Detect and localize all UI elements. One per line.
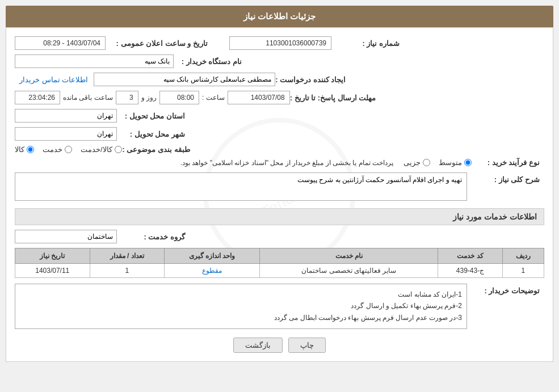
- cell-row: 1: [502, 264, 544, 278]
- buyer-org-label: نام دستگاه خریدار :: [174, 57, 242, 66]
- category-radio-goods[interactable]: [27, 146, 34, 153]
- page-title: جزئیات اطلاعات نیاز: [243, 11, 316, 21]
- category-option-service[interactable]: خدمت: [43, 145, 72, 154]
- creator-row: ایجاد کننده درخواست : اطلاعات تماس خریدا…: [15, 73, 544, 86]
- buyer-note-2: 2-فرم پرسش بهاء تکمیل و ارسال گردد: [20, 300, 462, 311]
- table-row: 1 ج-43-439 سایر فعالیتهای تخصصی ساختمان …: [15, 264, 544, 278]
- buyer-note-3: 3-در صورت عدم ارسال فرم پرسش بهاء درخواس…: [20, 312, 462, 323]
- buyer-org-row: نام دستگاه خریدار :: [15, 54, 544, 68]
- need-number-row: شماره نیاز : 1103001036000739 تاریخ و سا…: [15, 36, 544, 50]
- province-label: استان محل تحویل :: [117, 112, 185, 120]
- service-group-label: گروه خدمت :: [117, 233, 185, 241]
- cell-code: ج-43-439: [438, 264, 502, 278]
- col-unit: واحد اندازه گیری: [164, 248, 259, 264]
- cell-date: 1403/07/11: [15, 264, 90, 278]
- button-row: چاپ بازگشت: [15, 338, 544, 353]
- need-number-label: شماره نیاز :: [331, 39, 400, 48]
- need-number-value: 1103001036000739: [229, 36, 331, 50]
- need-desc-textarea[interactable]: تهیه و اجرای افلام آسانسور حکمت آرژانتین…: [15, 172, 467, 201]
- col-date: تاریخ نیاز: [15, 248, 90, 264]
- city-row: شهر محل تحویل :: [15, 127, 544, 141]
- services-table: ردیف کد خدمت نام خدمت واحد اندازه گیری ت…: [15, 248, 544, 278]
- process-radio-group: متوسط جزیی: [404, 158, 472, 167]
- col-qty: تعداد / مقدار: [90, 248, 164, 264]
- process-row: نوع فرآیند خرید : متوسط جزیی پرداخت تمام…: [15, 158, 544, 167]
- creator-label: ایجاد کننده درخواست :: [275, 75, 346, 84]
- service-group-input[interactable]: [15, 230, 117, 243]
- category-label-goods: کالا: [15, 145, 24, 154]
- category-label-goods-services: کالا/خدمت: [81, 145, 112, 154]
- col-row: ردیف: [502, 248, 544, 264]
- deadline-date: 1403/07/08: [228, 91, 290, 104]
- category-radio-service[interactable]: [65, 146, 72, 153]
- province-row: استان محل تحویل :: [15, 109, 544, 123]
- need-desc-label: شرح کلی نیاز :: [472, 175, 540, 184]
- buyer-notes-section: توضیحات خریدار : 1-ایران کد مشابه است 2-…: [15, 284, 544, 329]
- process-option-medium[interactable]: متوسط: [439, 158, 472, 167]
- back-button[interactable]: بازگشت: [233, 338, 283, 353]
- city-label: شهر محل تحویل :: [117, 130, 185, 138]
- buyer-org-input[interactable]: [15, 54, 174, 68]
- process-label: نوع فرآیند خرید :: [472, 158, 540, 167]
- deadline-time: 08:00: [159, 91, 199, 104]
- cell-unit[interactable]: مقطوع: [164, 264, 259, 278]
- deadline-time-label: ساعت :: [202, 94, 225, 102]
- service-group-row: گروه خدمت :: [15, 230, 544, 243]
- col-code: کد خدمت: [438, 248, 502, 264]
- province-input[interactable]: [15, 109, 117, 123]
- deadline-remaining-label: ساعت باقی مانده: [63, 94, 113, 102]
- contact-link[interactable]: اطلاعات تماس خریدار: [19, 75, 88, 84]
- need-desc-section: شرح کلی نیاز : تهیه و اجرای افلام آسانسو…: [15, 172, 544, 203]
- cell-name: سایر فعالیتهای تخصصی ساختمان: [260, 264, 438, 278]
- process-label-medium: متوسط: [439, 158, 462, 167]
- category-label-service: خدمت: [43, 145, 62, 154]
- page-header: جزئیات اطلاعات نیاز: [6, 6, 553, 27]
- deadline-days-label: روز و: [141, 94, 157, 102]
- category-row: طبقه بندی موضوعی : کالا/خدمت خدمت کالا: [15, 145, 544, 154]
- buyer-note-1: 1-ایران کد مشابه است: [20, 289, 462, 300]
- deadline-days: 3: [116, 91, 138, 104]
- buyer-notes-box: 1-ایران کد مشابه است 2-فرم پرسش بهاء تکم…: [15, 284, 467, 329]
- category-option-goods[interactable]: کالا: [15, 145, 34, 154]
- deadline-remaining: 23:04:26: [15, 91, 60, 104]
- city-input[interactable]: [15, 127, 117, 141]
- announce-label: تاریخ و ساعت اعلان عمومی :: [106, 39, 208, 48]
- deadline-row: مهلت ارسال پاسخ: تا تاریخ : 1403/07/08 س…: [15, 91, 544, 104]
- category-label: طبقه بندی موضوعی :: [122, 145, 190, 154]
- print-button[interactable]: چاپ: [288, 338, 326, 353]
- deadline-label: مهلت ارسال پاسخ: تا تاریخ :: [290, 94, 376, 102]
- creator-input[interactable]: [94, 73, 275, 86]
- announce-value: 1403/07/04 - 08:29: [15, 36, 106, 50]
- process-note: پرداخت تمام یا بخشی از مبلغ خریدار از مح…: [15, 159, 393, 167]
- services-section-title: اطلاعات خدمات مورد نیاز: [15, 208, 544, 225]
- process-radio-partial[interactable]: [423, 159, 430, 166]
- buyer-notes-label: توضیحات خریدار :: [472, 286, 540, 295]
- process-radio-medium[interactable]: [464, 159, 472, 166]
- col-name: نام خدمت: [260, 248, 438, 264]
- cell-qty: 1: [90, 264, 164, 278]
- category-option-goods-services[interactable]: کالا/خدمت: [81, 145, 122, 154]
- process-label-partial: جزیی: [404, 158, 421, 167]
- category-radio-goods-services[interactable]: [115, 146, 122, 153]
- process-option-partial[interactable]: جزیی: [404, 158, 430, 167]
- category-radio-group: کالا/خدمت خدمت کالا: [15, 145, 122, 154]
